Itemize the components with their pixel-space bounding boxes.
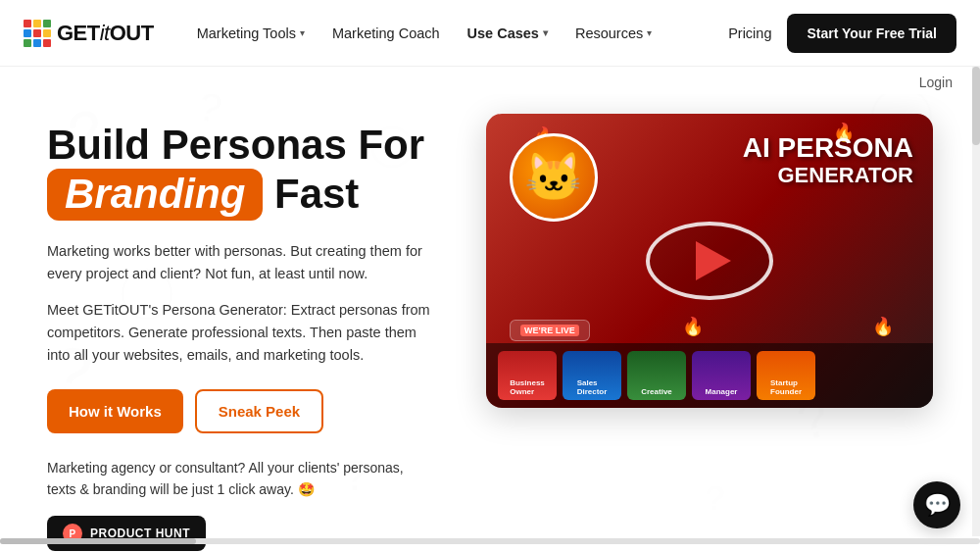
persona-card-2: SalesDirector <box>563 351 621 400</box>
logo-grid <box>24 20 51 47</box>
hero-title: Build Personas For Branding Fast <box>47 122 439 221</box>
video-thumbnail[interactable]: 🔥 🔥 🔥 🔥 🐱 AI PERSONA GENERATOR WE'RE LIV… <box>486 114 933 408</box>
nav-marketing-tools[interactable]: Marketing Tools ▾ <box>185 18 317 49</box>
play-button-wrap[interactable] <box>646 222 773 300</box>
navbar: GETitOUT Marketing Tools ▾ Marketing Coa… <box>0 0 980 67</box>
nav-resources[interactable]: Resources ▾ <box>564 18 663 49</box>
hero-bottom-text: Marketing agency or consultant? All your… <box>47 457 410 501</box>
chat-icon: 💬 <box>924 492 951 518</box>
play-button[interactable] <box>646 222 773 300</box>
trial-button[interactable]: Start Your Free Trial <box>787 14 956 53</box>
video-bottom-strip: BusinessOwner SalesDirector Creative Man… <box>486 343 933 408</box>
how-it-works-button[interactable]: How it Works <box>47 389 183 433</box>
video-title-overlay: AI PERSONA GENERATOR <box>743 133 913 187</box>
persona-card-5: StartupFounder <box>757 351 815 400</box>
chevron-down-icon: ▾ <box>300 27 305 38</box>
chat-button[interactable]: 💬 <box>913 481 960 528</box>
vscroll-thumb[interactable] <box>972 67 980 145</box>
video-gen-text: GENERATOR <box>743 164 913 187</box>
flame-icon-4: 🔥 <box>872 316 894 337</box>
nav-pricing[interactable]: Pricing <box>716 18 783 49</box>
persona-card-3: Creative <box>627 351 686 400</box>
video-ai-text: AI PERSONA <box>743 133 913 164</box>
sneak-peek-button[interactable]: Sneak Peek <box>195 389 323 433</box>
persona-card-1: BusinessOwner <box>498 351 557 400</box>
logo-text: GETitOUT <box>57 21 154 46</box>
scroll-bar[interactable] <box>0 538 980 544</box>
vertical-scrollbar[interactable] <box>972 67 980 536</box>
hero-desc-2: Meet GETitOUT's Persona Generator: Extra… <box>47 299 439 368</box>
nav-use-cases[interactable]: Use Cases ▾ <box>456 18 560 49</box>
login-bar: Login <box>0 67 980 94</box>
flame-icon-3: 🔥 <box>682 316 704 337</box>
persona-card-4: Manager <box>692 351 751 400</box>
hero-desc-1: Marketing works better with personas. Bu… <box>47 240 439 285</box>
hero-buttons: How it Works Sneak Peek <box>47 389 439 433</box>
scroll-thumb[interactable] <box>0 538 196 544</box>
product-hunt-badge[interactable]: P PRODUCT HUNT <box>47 516 206 551</box>
hero-left: Build Personas For Branding Fast Marketi… <box>47 114 439 551</box>
title-highlight: Branding <box>47 169 263 220</box>
nav-marketing-coach[interactable]: Marketing Coach <box>320 18 452 49</box>
chevron-down-icon-2: ▾ <box>543 27 548 38</box>
logo[interactable]: GETitOUT <box>24 20 154 47</box>
chevron-down-icon-3: ▾ <box>647 27 652 38</box>
nav-links: Marketing Tools ▾ Marketing Coach Use Ca… <box>185 14 956 53</box>
play-triangle-icon <box>696 241 731 280</box>
hero-section: Build Personas For Branding Fast Marketi… <box>0 94 980 551</box>
cat-avatar: 🐱 <box>510 133 598 222</box>
login-link[interactable]: Login <box>919 75 953 90</box>
hero-right: 🔥 🔥 🔥 🔥 🐱 AI PERSONA GENERATOR WE'RE LIV… <box>486 114 933 408</box>
video-ph-live-badge: WE'RE LIVE <box>510 320 590 341</box>
